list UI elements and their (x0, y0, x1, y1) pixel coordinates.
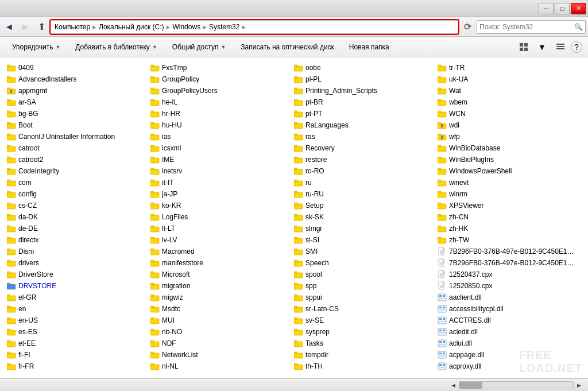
list-item[interactable]: NDF (148, 338, 292, 349)
list-item[interactable]: it-IT (148, 177, 292, 188)
list-item[interactable]: pt-PT (292, 108, 435, 119)
list-item[interactable]: drivers (5, 257, 148, 269)
list-item[interactable]: lv-LV (148, 234, 292, 246)
list-item[interactable]: Microsoft (148, 269, 292, 280)
list-item[interactable]: aclui.dll (435, 338, 579, 349)
list-item[interactable]: DRVSTORE (5, 280, 148, 292)
list-item[interactable]: ras (292, 131, 435, 142)
list-item[interactable]: 7B296FB0-376B-497e-B012-9C450E1B7327-5P-… (435, 246, 579, 257)
list-item[interactable]: wdi (435, 119, 579, 131)
back-button[interactable]: ◄ (2, 20, 16, 34)
list-item[interactable]: aaclient.dll (435, 292, 579, 303)
list-item[interactable]: Tasks (292, 338, 435, 349)
list-item[interactable]: catroot2 (5, 154, 148, 165)
list-item[interactable]: he-IL (148, 96, 292, 108)
list-item[interactable]: nb-NO (148, 326, 292, 338)
organize-button[interactable]: Упорядочить ▼ (6, 39, 67, 55)
list-item[interactable]: Recovery (292, 142, 435, 154)
list-item[interactable]: de-DE (5, 223, 148, 234)
list-item[interactable]: WindowsPowerShell (435, 165, 579, 177)
list-item[interactable]: sppui (292, 292, 435, 303)
scroll-left-btn[interactable]: ◄ (450, 382, 457, 389)
list-item[interactable]: da-DK (5, 211, 148, 223)
list-item[interactable]: CodeIntegrity (5, 165, 148, 177)
list-item[interactable]: oobe (292, 62, 435, 73)
list-item[interactable]: migwiz (148, 292, 292, 303)
list-item[interactable]: NetworkList (148, 349, 292, 361)
list-item[interactable]: winevt (435, 177, 579, 188)
minimize-button[interactable]: ─ (539, 3, 554, 14)
list-item[interactable]: GroupPolicy (148, 73, 292, 85)
list-item[interactable]: ias (148, 131, 292, 142)
list-item[interactable]: ar-SA (5, 96, 148, 108)
breadcrumb-computer[interactable]: Компьютер (55, 23, 90, 31)
list-item[interactable]: bg-BG (5, 108, 148, 119)
list-item[interactable]: fi-FI (5, 349, 148, 361)
list-item[interactable]: th-TH (292, 361, 435, 372)
address-path[interactable]: Компьютер ► Локальный диск (C:) ► Window… (51, 20, 458, 34)
list-item[interactable]: GroupPolicyUsers (148, 85, 292, 96)
list-item[interactable]: sv-SE (292, 315, 435, 326)
list-item[interactable]: spp (292, 280, 435, 292)
list-item[interactable]: DriverStore (5, 269, 148, 280)
list-item[interactable]: RaLanguages (292, 119, 435, 131)
list-item[interactable]: slmgr (292, 223, 435, 234)
list-item[interactable]: 0409 (5, 62, 148, 73)
list-item[interactable]: SMI (292, 246, 435, 257)
list-item[interactable]: Dism (5, 246, 148, 257)
list-item[interactable]: zh-CN (435, 211, 579, 223)
list-item[interactable]: sk-SK (292, 211, 435, 223)
list-item[interactable]: ru (292, 177, 435, 188)
list-item[interactable]: ja-JP (148, 188, 292, 200)
list-item[interactable]: acppage.dll (435, 349, 579, 361)
list-item[interactable]: MUI (148, 315, 292, 326)
list-item[interactable]: Wat (435, 85, 579, 96)
list-item[interactable]: acledit.dll (435, 326, 579, 338)
list-item[interactable]: Setup (292, 200, 435, 211)
list-item[interactable]: ACCTRES.dll (435, 315, 579, 326)
list-item[interactable]: restore (292, 154, 435, 165)
list-item[interactable]: IME (148, 154, 292, 165)
list-item[interactable]: directx (5, 234, 148, 246)
share-button[interactable]: Общий доступ ▼ (166, 39, 233, 55)
list-item[interactable]: catroot (5, 142, 148, 154)
list-item[interactable]: zh-HK (435, 223, 579, 234)
scroll-right-btn[interactable]: ► (576, 382, 582, 389)
list-item[interactable]: pl-PL (292, 73, 435, 85)
search-icon[interactable]: 🔍 (574, 23, 583, 31)
list-item[interactable]: WinBioDatabase (435, 142, 579, 154)
list-item[interactable]: inetsrv (148, 165, 292, 177)
list-item[interactable]: manifeststore (148, 257, 292, 269)
list-item[interactable]: CanonIJ Uninstaller Information (5, 131, 148, 142)
list-item[interactable]: winrm (435, 188, 579, 200)
view-grid-button[interactable] (516, 39, 532, 55)
list-item[interactable]: spool (292, 269, 435, 280)
view-dropdown-button[interactable]: ▼ (534, 39, 550, 55)
maximize-button[interactable]: □ (555, 3, 570, 14)
list-item[interactable]: nl-NL (148, 361, 292, 372)
help-button[interactable]: ? (571, 41, 582, 53)
search-input[interactable] (479, 23, 574, 31)
list-item[interactable]: acproxy.dll (435, 361, 579, 372)
list-item[interactable]: cs-CZ (5, 200, 148, 211)
list-item[interactable]: ru-RU (292, 188, 435, 200)
list-item[interactable]: zh-TW (435, 234, 579, 246)
file-list[interactable]: 0409 FxsTmp oobe tr-TR AdvancedInstaller… (0, 57, 588, 378)
list-item[interactable]: en-US (5, 315, 148, 326)
refresh-button[interactable]: ⟳ (461, 20, 474, 34)
breadcrumb-windows[interactable]: Windows (172, 23, 200, 31)
list-item[interactable]: WCN (435, 108, 579, 119)
list-item[interactable]: hu-HU (148, 119, 292, 131)
list-item[interactable]: hr-HR (148, 108, 292, 119)
list-item[interactable]: Macromed (148, 246, 292, 257)
list-item[interactable]: appmgmt (5, 85, 148, 96)
list-item[interactable]: tempdir (292, 349, 435, 361)
list-item[interactable]: sysprep (292, 326, 435, 338)
list-item[interactable]: Printing_Admin_Scripts (292, 85, 435, 96)
list-item[interactable]: Speech (292, 257, 435, 269)
list-item[interactable]: wbem (435, 96, 579, 108)
list-item[interactable]: Boot (5, 119, 148, 131)
list-item[interactable]: migration (148, 280, 292, 292)
list-item[interactable]: 12520437.cpx (435, 269, 579, 280)
list-item[interactable]: accessibilitycpl.dll (435, 303, 579, 315)
